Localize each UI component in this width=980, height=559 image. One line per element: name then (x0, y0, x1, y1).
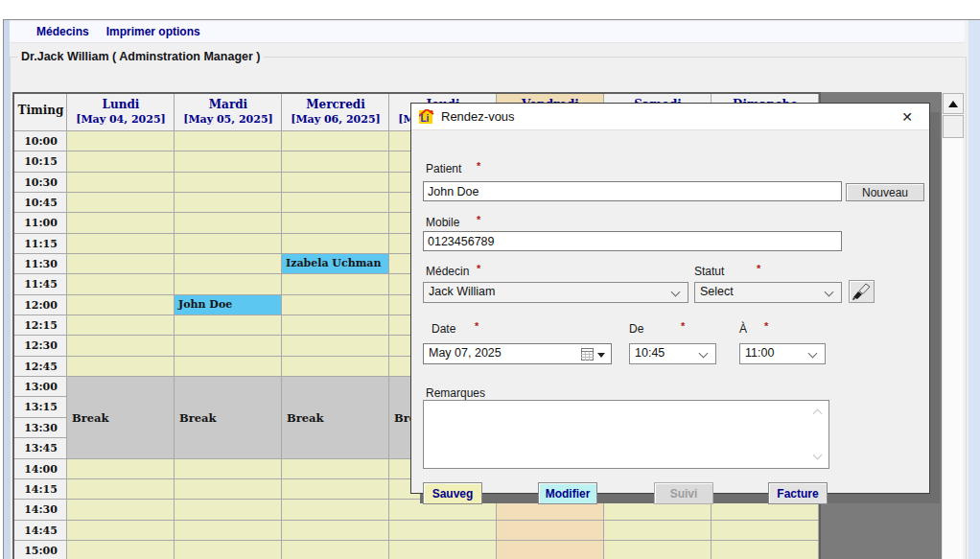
page-scrollbar[interactable] (942, 93, 963, 559)
slot-dimanche-15:00[interactable] (712, 541, 819, 559)
slot-mercredi-14:30[interactable] (282, 500, 389, 520)
date-picker[interactable]: May 07, 2025 (423, 343, 612, 364)
slot-lundi-12:30[interactable] (67, 336, 175, 356)
slot-mardi-15:00[interactable] (175, 541, 282, 559)
slot-jeudi-15:00[interactable] (389, 541, 497, 559)
scrollbar-thumb[interactable] (943, 115, 964, 138)
menu-item-imprimer-options[interactable]: Imprimer options (106, 25, 200, 38)
break-cell-mercredi: Break (282, 377, 389, 458)
menu-item-medecins[interactable]: Médecins (36, 25, 89, 38)
slot-lundi-10:15[interactable] (67, 151, 175, 172)
slot-lundi-10:00[interactable] (67, 131, 175, 151)
slot-mardi-14:30[interactable] (175, 500, 282, 520)
mobile-input[interactable] (423, 231, 842, 251)
time-label-15:00: 15:00 (14, 541, 67, 559)
slot-mercredi-11:00[interactable] (282, 213, 389, 233)
arrow-up-icon (948, 101, 958, 107)
modifier-button[interactable]: Modifier (538, 482, 597, 504)
dialog-titlebar[interactable]: Li Rendez-vous ✕ (411, 104, 929, 130)
slot-lundi-11:00[interactable] (67, 213, 175, 233)
de-time-select[interactable]: 10:45 (629, 343, 716, 364)
a-selected-value: 11:00 (745, 346, 774, 360)
slot-mercredi-10:00[interactable] (282, 131, 389, 151)
slot-lundi-14:45[interactable] (67, 521, 175, 541)
slot-mardi-12:30[interactable] (175, 336, 282, 356)
medecin-select[interactable]: Jack William (423, 282, 688, 303)
slot-mardi-11:30[interactable] (175, 254, 282, 274)
slot-mercredi-12:30[interactable] (282, 336, 389, 356)
slot-mercredi-10:30[interactable] (282, 173, 389, 193)
appointment-cell[interactable]: Izabela Uchman (282, 254, 389, 274)
slot-mercredi-14:45[interactable] (282, 521, 389, 541)
slot-jeudi-14:45[interactable] (389, 521, 497, 541)
date-label: Date (432, 322, 455, 336)
time-label-13:15: 13:15 (14, 397, 67, 417)
statut-select[interactable]: Select (694, 282, 842, 303)
time-label-11:15: 11:15 (14, 234, 67, 254)
brush-button[interactable] (849, 280, 875, 303)
slot-mercredi-10:45[interactable] (282, 193, 389, 213)
slot-mardi-10:45[interactable] (175, 193, 282, 213)
slot-lundi-11:45[interactable] (67, 274, 175, 294)
slot-mercredi-11:15[interactable] (282, 234, 389, 254)
sauveg-button[interactable]: Sauveg (423, 482, 482, 504)
slot-mardi-11:00[interactable] (175, 213, 282, 233)
slot-mardi-14:00[interactable] (175, 459, 282, 479)
chevron-up-icon[interactable] (813, 409, 823, 419)
slot-lundi-12:15[interactable] (67, 315, 175, 336)
a-time-select[interactable]: 11:00 (739, 343, 826, 364)
slot-mercredi-10:15[interactable] (282, 151, 389, 172)
slot-lundi-11:30[interactable] (67, 254, 175, 274)
slot-lundi-10:30[interactable] (67, 173, 175, 193)
nouveau-button[interactable]: Nouveau (846, 183, 924, 201)
slot-lundi-12:45[interactable] (67, 357, 175, 377)
slot-vendredi-14:45[interactable] (497, 521, 604, 541)
mobile-label: Mobile (426, 216, 459, 229)
facture-button[interactable]: Facture (768, 482, 828, 504)
slot-mercredi-11:45[interactable] (282, 274, 389, 294)
slot-samedi-14:45[interactable] (604, 521, 712, 541)
medecin-label: Médecin (426, 265, 469, 278)
slot-mercredi-12:00[interactable] (282, 295, 389, 315)
slot-lundi-14:30[interactable] (67, 500, 175, 520)
slot-mardi-10:15[interactable] (175, 151, 282, 172)
chevron-down-icon (671, 288, 681, 297)
appointment-cell[interactable]: John Doe (175, 295, 282, 315)
statut-required-marker: * (757, 263, 760, 274)
chevron-down-icon[interactable] (813, 451, 823, 460)
slot-lundi-12:00[interactable] (67, 295, 175, 315)
close-icon[interactable]: ✕ (898, 108, 916, 126)
slot-mercredi-15:00[interactable] (282, 541, 389, 559)
slot-mardi-14:15[interactable] (175, 479, 282, 500)
slot-mercredi-14:00[interactable] (282, 459, 389, 479)
slot-lundi-14:15[interactable] (67, 479, 175, 500)
slot-lundi-10:45[interactable] (67, 193, 175, 213)
remarques-textarea[interactable] (423, 400, 829, 469)
a-required-marker: * (764, 320, 768, 332)
scrollbar-up-button[interactable] (943, 93, 964, 114)
time-label-14:00: 14:00 (14, 459, 67, 479)
slot-mardi-11:45[interactable] (175, 274, 282, 294)
slot-mardi-10:30[interactable] (175, 173, 282, 193)
patient-input[interactable] (423, 181, 842, 201)
slot-mercredi-12:15[interactable] (282, 315, 389, 336)
slot-vendredi-15:00[interactable] (497, 541, 604, 559)
time-label-11:30: 11:30 (14, 254, 67, 274)
time-label-12:00: 12:00 (14, 295, 67, 315)
statut-label: Statut (694, 265, 724, 278)
slot-lundi-14:00[interactable] (67, 459, 175, 479)
slot-mardi-14:45[interactable] (175, 521, 282, 541)
slot-mercredi-12:45[interactable] (282, 357, 389, 377)
slot-lundi-15:00[interactable] (67, 541, 175, 559)
app-screen: Médecins Imprimer options Dr.Jack Willia… (0, 0, 980, 559)
slot-mardi-12:15[interactable] (175, 315, 282, 336)
slot-mardi-11:15[interactable] (175, 234, 282, 254)
slot-mardi-10:00[interactable] (175, 131, 282, 151)
suivi-button[interactable]: Suivi (654, 482, 713, 504)
date-value: May 07, 2025 (429, 346, 502, 360)
slot-mardi-12:45[interactable] (175, 357, 282, 377)
slot-lundi-11:15[interactable] (67, 234, 175, 254)
slot-dimanche-14:45[interactable] (712, 521, 819, 541)
slot-mercredi-14:15[interactable] (282, 479, 389, 500)
slot-samedi-15:00[interactable] (604, 541, 712, 559)
